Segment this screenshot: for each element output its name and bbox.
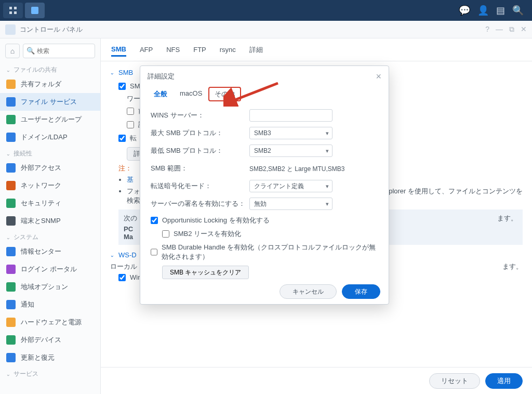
sidebar-item[interactable]: 共有フォルダ: [0, 75, 100, 93]
sidebar-item[interactable]: 情報センター: [0, 243, 100, 260]
apply-button[interactable]: 適用: [485, 373, 523, 389]
dialog-title: 詳細設定: [148, 72, 175, 81]
maximize-icon[interactable]: ⧉: [509, 25, 514, 34]
dialog-tab-other[interactable]: その他: [208, 87, 241, 101]
windows-checkbox[interactable]: [118, 274, 126, 281]
sidebar-item-label: セキュリティ: [21, 199, 61, 208]
sidebar-item[interactable]: 端末とSNMP: [0, 212, 100, 230]
tab-ftp[interactable]: FTP: [193, 44, 206, 56]
allow-checkbox[interactable]: [127, 121, 134, 128]
sidebar-item-icon: [6, 80, 16, 89]
footer: リセット 適用: [101, 367, 532, 394]
sidebar-item-label: 外部デバイス: [21, 335, 61, 345]
min-smb-label: 最低 SMB プロトコル：: [151, 146, 249, 155]
sidebar-item-icon: [6, 216, 16, 226]
oplock-checkbox[interactable]: [151, 217, 158, 224]
sidebar-item-icon: [6, 318, 16, 327]
dialog-tab-general[interactable]: 全般: [148, 87, 174, 101]
tab-nfs[interactable]: NFS: [166, 44, 180, 56]
range-value: SMB2,SMB2 と Large MTU,SMB3: [249, 163, 344, 174]
transfer-log-checkbox[interactable]: [118, 135, 126, 142]
sidebar-item-label: 地域オプション: [21, 282, 68, 292]
enable-smb-checkbox[interactable]: [118, 83, 126, 90]
home-button[interactable]: ⌂: [5, 44, 20, 58]
sidebar-item-label: 情報センター: [21, 247, 61, 256]
sidebar-item-label: ファイル サービス: [21, 97, 77, 107]
sidebar-item[interactable]: 更新と復元: [0, 349, 100, 366]
sidebar-category-services[interactable]: サービス: [0, 366, 100, 379]
sidebar-item[interactable]: ネットワーク: [0, 177, 100, 194]
reset-button[interactable]: リセット: [429, 373, 480, 389]
sidebar-item[interactable]: 外部アクセス: [0, 159, 100, 177]
wins-input[interactable]: [249, 109, 332, 122]
sidebar-item-label: ユーザーとグループ: [21, 115, 82, 124]
sidebar-item[interactable]: セキュリティ: [0, 194, 100, 212]
widgets-icon[interactable]: ▤: [496, 5, 505, 16]
durable-checkbox[interactable]: [151, 248, 157, 256]
search-icon[interactable]: 🔍: [512, 5, 524, 16]
sidebar-category-file-sharing[interactable]: ファイルの共有: [0, 62, 100, 75]
sidebar-item-icon: [6, 265, 16, 274]
user-icon[interactable]: 👤: [477, 5, 489, 16]
dock-apps-icon[interactable]: [3, 3, 23, 18]
sidebar-item[interactable]: ハードウェアと電源: [0, 313, 100, 331]
system-tray: 💬 👤 ▤ 🔍: [459, 5, 529, 16]
sidebar-item-label: 通知: [21, 300, 34, 309]
tab-rsync[interactable]: rsync: [220, 44, 236, 56]
svg-rect-0: [9, 7, 12, 9]
file-service-tabs: SMBAFPNFSFTPrsync詳細: [101, 38, 532, 61]
sidebar-category-system[interactable]: システム: [0, 230, 100, 243]
help-icon[interactable]: ?: [485, 25, 489, 34]
sidebar-item-icon: [6, 247, 16, 256]
minimize-icon[interactable]: —: [496, 25, 503, 34]
durable-label: SMB Durable Handle を有効化（クロスプロトコルファイルロックが…: [162, 243, 378, 261]
max-smb-select[interactable]: SMB3: [249, 127, 332, 139]
min-smb-select[interactable]: SMB2: [249, 145, 332, 157]
wins-label: WINS サーバー：: [151, 111, 249, 120]
window-title: コントロール パネル: [20, 25, 83, 34]
tab-afp[interactable]: AFP: [140, 44, 153, 56]
sidebar-item-icon: [6, 199, 16, 208]
smb2-lease-checkbox[interactable]: [162, 230, 169, 238]
sidebar-item[interactable]: ドメイン/LDAP: [0, 128, 100, 146]
enc-select[interactable]: クライアント定義: [249, 180, 332, 192]
sidebar-item[interactable]: ログイン ポータル: [0, 260, 100, 278]
dialog-tab-macos[interactable]: macOS: [174, 87, 208, 101]
sidebar-category-connectivity[interactable]: 接続性: [0, 146, 100, 159]
sidebar-item[interactable]: 地域オプション: [0, 278, 100, 296]
titlebar: コントロール パネル ? — ⧉ ✕: [0, 21, 532, 38]
tab-smb[interactable]: SMB: [111, 43, 126, 57]
sidebar-item-icon: [6, 97, 16, 107]
sidebar-item-icon: [6, 181, 16, 190]
sidebar-item[interactable]: 外部デバイス: [0, 331, 100, 349]
dock-control-panel-icon[interactable]: [25, 3, 45, 18]
sidebar-item-icon: [6, 353, 16, 362]
enc-label: 転送暗号化モード：: [151, 181, 249, 191]
sign-select[interactable]: 無効: [249, 198, 332, 210]
sidebar-item-icon: [6, 163, 16, 173]
sidebar-item-label: ハードウェアと電源: [21, 318, 82, 327]
sidebar-item-icon: [6, 335, 16, 345]
sidebar-item[interactable]: 通知: [0, 296, 100, 313]
sidebar-item[interactable]: ファイル サービス: [0, 93, 100, 111]
sidebar-item-icon: [6, 133, 16, 142]
sidebar-item-label: 端末とSNMP: [21, 216, 61, 226]
sidebar: ⌂ 🔍 ファイルの共有 共有フォルダファイル サービスユーザーとグループドメイン…: [0, 38, 101, 394]
prev-checkbox[interactable]: [127, 108, 134, 115]
svg-rect-2: [9, 11, 12, 14]
tab-詳細[interactable]: 詳細: [249, 43, 263, 57]
smb2-lease-label: SMB2 リースを有効化: [174, 229, 241, 239]
sidebar-item[interactable]: ユーザーとグループ: [0, 111, 100, 128]
svg-rect-1: [14, 7, 17, 9]
close-window-icon[interactable]: ✕: [521, 25, 527, 34]
sidebar-item-label: 外部アクセス: [21, 163, 61, 173]
save-button[interactable]: 保存: [342, 284, 380, 299]
search-icon: 🔍: [26, 47, 35, 55]
max-smb-label: 最大 SMB プロトコル：: [151, 128, 249, 138]
close-icon[interactable]: ×: [376, 72, 381, 81]
messages-icon[interactable]: 💬: [459, 5, 470, 16]
cancel-button[interactable]: キャンセル: [280, 284, 337, 299]
clear-cache-button[interactable]: SMB キャッシュをクリア: [162, 266, 249, 279]
sidebar-item-icon: [6, 115, 16, 124]
app-icon: [5, 24, 16, 35]
